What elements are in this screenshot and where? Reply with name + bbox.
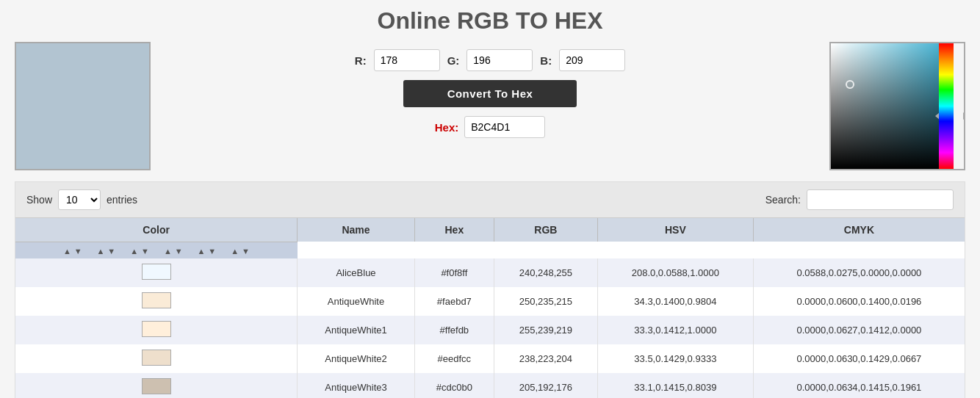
show-entries: Show 10 25 50 100 entries: [26, 189, 137, 210]
sort-cmyk: ▲ ▼: [231, 245, 250, 256]
color-preview: [15, 42, 151, 170]
b-label: B:: [540, 54, 552, 67]
cell-cmyk: 0.0000,0.0600,0.1400,0.0196: [753, 287, 965, 316]
color-spectrum[interactable]: [939, 43, 954, 169]
color-swatch: [142, 264, 171, 280]
cell-color: [15, 373, 298, 398]
picker-circle[interactable]: [846, 80, 854, 89]
sort-row: ▲ ▼ ▲ ▼ ▲ ▼ ▲ ▼: [15, 242, 298, 258]
b-input[interactable]: [559, 49, 625, 71]
col-hex: Hex: [414, 218, 494, 242]
table-row: AntiqueWhite #faebd7 250,235,215 34.3,0.…: [15, 287, 965, 316]
cell-name: AliceBlue: [298, 258, 414, 287]
cell-name: AntiqueWhite2: [298, 344, 414, 373]
sort-color-asc[interactable]: ▲: [63, 247, 71, 256]
cell-hex: #eedfcc: [414, 344, 494, 373]
table-section: Show 10 25 50 100 entries Search: Color …: [15, 181, 965, 398]
color-swatch: [142, 321, 171, 337]
cell-hsv: 33.5,0.1429,0.9333: [597, 344, 753, 373]
sort-color-desc[interactable]: ▼: [74, 247, 82, 256]
color-swatch: [142, 378, 171, 394]
cell-hex: #cdc0b0: [414, 373, 494, 398]
hex-label: Hex:: [435, 121, 459, 134]
hex-input[interactable]: [464, 116, 545, 138]
cell-cmyk: 0.0000,0.0630,0.1429,0.0667: [753, 344, 965, 373]
cell-name: AntiqueWhite3: [298, 373, 414, 398]
page-title: Online RGB TO HEX: [15, 7, 965, 35]
cell-color: [15, 316, 298, 344]
g-label: G:: [447, 54, 460, 67]
table-body: AliceBlue #f0f8ff 240,248,255 208.0,0.05…: [15, 258, 965, 398]
cell-hex: #ffefdb: [414, 316, 494, 344]
sort-hex: ▲ ▼: [130, 245, 149, 256]
col-cmyk: CMYK: [753, 218, 965, 242]
cell-hsv: 34.3,0.1400,0.9804: [597, 287, 753, 316]
cell-rgb: 238,223,204: [494, 344, 597, 373]
col-name: Name: [298, 218, 414, 242]
cell-color: [15, 287, 298, 316]
cell-hsv: 208.0,0.0588,1.0000: [597, 258, 753, 287]
table-row: AntiqueWhite3 #cdc0b0 205,192,176 33.1,0…: [15, 373, 965, 398]
g-input[interactable]: [466, 49, 533, 71]
entries-label: entries: [107, 194, 137, 206]
sort-rgb-asc[interactable]: ▲: [164, 247, 172, 256]
r-label: R:: [355, 54, 367, 67]
col-color: Color: [15, 218, 298, 242]
color-picker-widget[interactable]: [829, 42, 965, 170]
color-swatch: [142, 292, 171, 308]
cell-rgb: 205,192,176: [494, 373, 597, 398]
spectrum-wrapper: [939, 43, 964, 169]
sort-hsv-desc[interactable]: ▼: [208, 247, 216, 256]
color-table: Color Name Hex RGB HSV CMYK ▲ ▼ ▲ ▼: [15, 218, 965, 398]
cell-color: [15, 258, 298, 287]
table-controls: Show 10 25 50 100 entries Search:: [15, 182, 965, 218]
cell-color: [15, 344, 298, 373]
search-area: Search:: [765, 189, 954, 210]
r-input[interactable]: [374, 49, 440, 71]
cell-hsv: 33.1,0.1415,0.8039: [597, 373, 753, 398]
cell-rgb: 255,239,219: [494, 316, 597, 344]
cell-rgb: 250,235,215: [494, 287, 597, 316]
search-label: Search:: [765, 194, 801, 206]
cell-hex: #f0f8ff: [414, 258, 494, 287]
sort-rgb: ▲ ▼: [164, 245, 183, 256]
cell-name: AntiqueWhite: [298, 287, 414, 316]
color-swatch: [142, 350, 171, 366]
hex-output: Hex:: [435, 116, 546, 138]
search-input[interactable]: [807, 189, 954, 210]
sort-rgb-desc[interactable]: ▼: [175, 247, 183, 256]
sort-hex-desc[interactable]: ▼: [141, 247, 149, 256]
cell-rgb: 240,248,255: [494, 258, 597, 287]
sort-cmyk-asc[interactable]: ▲: [231, 247, 239, 256]
sort-hsv: ▲ ▼: [198, 245, 217, 256]
table-row: AntiqueWhite1 #ffefdb 255,239,219 33.3,0…: [15, 316, 965, 344]
col-rgb: RGB: [494, 218, 597, 242]
cell-name: AntiqueWhite1: [298, 316, 414, 344]
color-gradient[interactable]: [831, 43, 939, 169]
cell-cmyk: 0.0000,0.0627,0.1412,0.0000: [753, 316, 965, 344]
cell-hsv: 33.3,0.1412,1.0000: [597, 316, 753, 344]
table-row: AliceBlue #f0f8ff 240,248,255 208.0,0.05…: [15, 258, 965, 287]
sort-hsv-asc[interactable]: ▲: [198, 247, 206, 256]
table-row: AntiqueWhite2 #eedfcc 238,223,204 33.5,0…: [15, 344, 965, 373]
sort-cmyk-desc[interactable]: ▼: [242, 247, 250, 256]
cell-cmyk: 0.0000,0.0634,0.1415,0.1961: [753, 373, 965, 398]
sort-name-desc[interactable]: ▼: [107, 247, 115, 256]
converter-area: R: G: B: Convert To Hex Hex:: [151, 42, 829, 145]
sort-hex-asc[interactable]: ▲: [130, 247, 138, 256]
col-hsv: HSV: [597, 218, 753, 242]
convert-button[interactable]: Convert To Hex: [403, 80, 577, 107]
sort-name: ▲ ▼: [97, 245, 116, 256]
cell-cmyk: 0.0588,0.0275,0.0000,0.0000: [753, 258, 965, 287]
sort-color: ▲ ▼: [63, 245, 82, 256]
show-label: Show: [26, 194, 52, 206]
cell-hex: #faebd7: [414, 287, 494, 316]
sort-name-asc[interactable]: ▲: [97, 247, 105, 256]
entries-select[interactable]: 10 25 50 100: [58, 189, 101, 210]
table-header-row: Color Name Hex RGB HSV CMYK: [15, 218, 965, 242]
rgb-inputs: R: G: B:: [355, 49, 625, 71]
spectrum-arrow-right: [963, 112, 965, 120]
